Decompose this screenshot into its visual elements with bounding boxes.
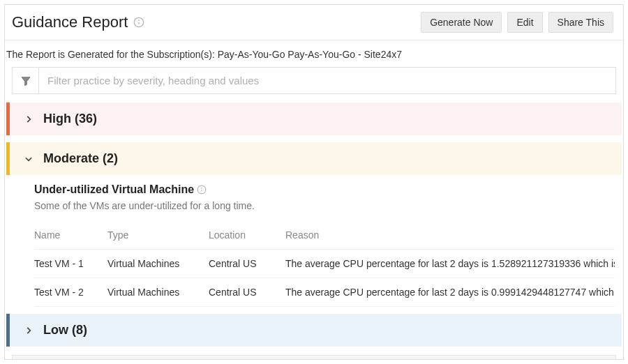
cell-location: Central US bbox=[209, 287, 285, 298]
section-high-label: High (36) bbox=[43, 112, 97, 126]
col-type: Type bbox=[107, 229, 209, 241]
table-header-row: Name Type Location Reason bbox=[34, 221, 615, 250]
cell-type: Virtual Machines bbox=[107, 287, 209, 298]
svg-point-2 bbox=[139, 20, 140, 21]
cell-name: Test VM - 2 bbox=[34, 287, 107, 298]
filter-icon-box[interactable] bbox=[13, 68, 39, 93]
practice-title: Under-utilized Virtual Machine bbox=[34, 183, 207, 196]
severity-sections: High (36) Moderate (2) Under-utilized Vi… bbox=[5, 103, 623, 347]
cell-type: Virtual Machines bbox=[107, 258, 209, 269]
share-this-button[interactable]: Share This bbox=[548, 12, 613, 33]
info-icon bbox=[133, 17, 144, 28]
section-low[interactable]: Low (8) bbox=[6, 314, 622, 347]
page-header: Guidance Report Generate Now Edit Share … bbox=[5, 5, 623, 40]
section-low-label: Low (8) bbox=[43, 323, 87, 338]
cell-name: Test VM - 1 bbox=[34, 258, 107, 269]
practice-title-text: Under-utilized Virtual Machine bbox=[34, 183, 194, 196]
section-moderate-label: Moderate (2) bbox=[43, 151, 118, 166]
col-reason: Reason bbox=[285, 229, 615, 241]
funnel-icon bbox=[20, 75, 31, 86]
section-moderate[interactable]: Moderate (2) bbox=[6, 142, 622, 175]
table-row: Test VM - 1 Virtual Machines Central US … bbox=[34, 250, 615, 278]
subscription-text: The Report is Generated for the Subscrip… bbox=[5, 40, 623, 67]
svg-point-6 bbox=[202, 188, 202, 188]
cell-location: Central US bbox=[209, 258, 285, 269]
cell-reason: The average CPU percentage for last 2 da… bbox=[285, 287, 615, 298]
title-block: Guidance Report bbox=[12, 13, 144, 31]
section-high[interactable]: High (36) bbox=[6, 103, 622, 135]
chevron-right-icon bbox=[24, 114, 33, 124]
generate-now-button[interactable]: Generate Now bbox=[421, 12, 502, 33]
chevron-right-icon bbox=[24, 326, 33, 335]
guidance-report-page: Guidance Report Generate Now Edit Share … bbox=[4, 4, 624, 360]
page-title: Guidance Report bbox=[12, 13, 128, 31]
edit-button[interactable]: Edit bbox=[507, 12, 542, 33]
practice-block: Under-utilized Virtual Machine Some of t… bbox=[6, 175, 622, 215]
report-footer[interactable]: This Report was generated on Feb 15, 202… bbox=[12, 355, 616, 360]
filter-input[interactable] bbox=[39, 68, 615, 93]
cell-reason: The average CPU percentage for last 2 da… bbox=[285, 258, 615, 269]
table-row: Test VM - 2 Virtual Machines Central US … bbox=[34, 278, 615, 307]
practice-description: Some of the VMs are under-utilized for a… bbox=[34, 200, 615, 211]
col-name: Name bbox=[34, 229, 107, 241]
svg-marker-3 bbox=[22, 77, 30, 85]
filter-bar bbox=[12, 67, 616, 94]
header-buttons: Generate Now Edit Share This bbox=[421, 12, 613, 33]
col-location: Location bbox=[209, 229, 285, 241]
chevron-down-icon bbox=[24, 154, 33, 164]
info-icon bbox=[197, 185, 207, 195]
resource-table: Name Type Location Reason Test VM - 1 Vi… bbox=[6, 215, 622, 307]
